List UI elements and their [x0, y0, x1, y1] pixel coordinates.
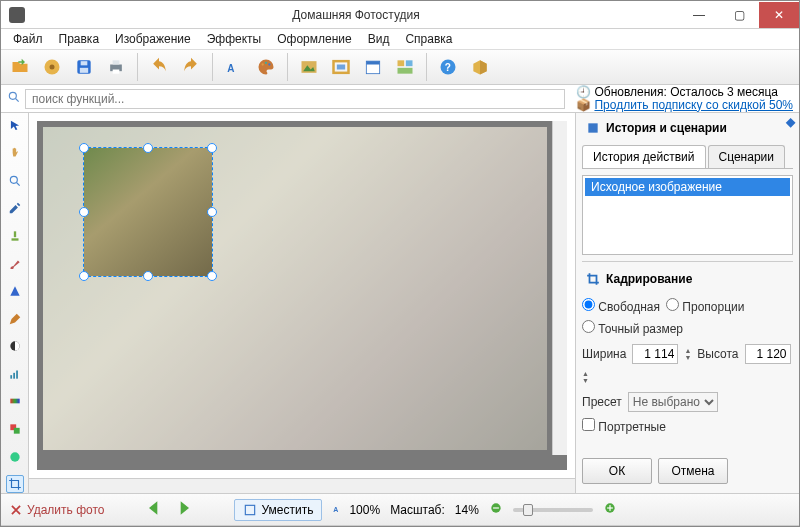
crop-mode-exact[interactable]: Точный размер [582, 320, 683, 336]
svg-marker-28 [10, 286, 19, 295]
vertical-scrollbar[interactable] [552, 121, 567, 455]
crop-handle-l[interactable] [79, 207, 89, 217]
menu-edit[interactable]: Правка [51, 30, 108, 48]
svg-rect-41 [493, 507, 499, 508]
pointer-tool[interactable] [6, 117, 24, 135]
brush-tool[interactable] [6, 255, 24, 273]
tab-scenario[interactable]: Сценарии [708, 145, 785, 168]
collage-button[interactable] [390, 52, 420, 82]
menu-file[interactable]: Файл [5, 30, 51, 48]
stamp-tool[interactable] [6, 227, 24, 245]
svg-point-10 [265, 62, 267, 64]
window-title: Домашняя Фотостудия [33, 8, 679, 22]
crop-handle-bl[interactable] [79, 271, 89, 281]
crop-handle-b[interactable] [143, 271, 153, 281]
zoom-slider-thumb[interactable] [523, 504, 533, 516]
levels-tool[interactable] [6, 365, 24, 383]
save-button[interactable] [69, 52, 99, 82]
menu-image[interactable]: Изображение [107, 30, 199, 48]
history-panel-header: История и сценарии [582, 117, 793, 139]
image-button[interactable] [294, 52, 324, 82]
calendar-button[interactable] [358, 52, 388, 82]
menu-effects[interactable]: Эффекты [199, 30, 270, 48]
svg-rect-6 [113, 60, 120, 64]
fit-icon [243, 503, 257, 517]
delete-photo-button[interactable]: Удалить фото [9, 503, 104, 517]
preset-label: Пресет [582, 395, 622, 409]
catalog-button[interactable] [37, 52, 67, 82]
zoom-in-button[interactable] [603, 501, 617, 518]
crop-mode-proportions[interactable]: Пропорции [666, 298, 744, 314]
minimize-button[interactable]: — [679, 2, 719, 28]
redo-button[interactable] [176, 52, 206, 82]
maximize-button[interactable]: ▢ [719, 2, 759, 28]
pen-tool[interactable] [6, 310, 24, 328]
crop-handle-br[interactable] [207, 271, 217, 281]
zoom-100-button[interactable]: A 100% [332, 503, 380, 517]
crop-handle-t[interactable] [143, 143, 153, 153]
portrait-checkbox[interactable]: Портретные [582, 418, 666, 434]
layers-tool[interactable] [6, 420, 24, 438]
height-label: Высота [697, 347, 738, 361]
svg-text:A: A [334, 506, 339, 513]
menu-design[interactable]: Оформление [269, 30, 359, 48]
open-button[interactable] [5, 52, 35, 82]
tab-history[interactable]: История действий [582, 145, 706, 168]
fit-button[interactable]: Уместить [234, 499, 322, 521]
svg-point-36 [10, 452, 19, 461]
svg-rect-31 [13, 373, 15, 379]
zoom-slider[interactable] [513, 508, 593, 512]
contrast-tool[interactable] [6, 338, 24, 356]
hand-tool[interactable] [6, 145, 24, 163]
ok-button[interactable]: ОК [582, 458, 652, 484]
next-button[interactable] [174, 498, 194, 521]
crop-handle-tr[interactable] [207, 143, 217, 153]
triangle-tool[interactable] [6, 282, 24, 300]
crop-tool[interactable] [6, 475, 24, 493]
zoom-actual-icon: A [332, 503, 346, 517]
svg-rect-27 [11, 238, 18, 240]
right-panel: ◆ История и сценарии История действий Сц… [575, 113, 799, 493]
height-input[interactable] [745, 344, 791, 364]
help-button[interactable]: ? [433, 52, 463, 82]
app-icon [9, 7, 25, 23]
gradient-tool[interactable] [6, 393, 24, 411]
preset-select[interactable]: Не выбрано [628, 392, 718, 412]
history-item-original[interactable]: Исходное изображение [585, 178, 790, 196]
menu-help[interactable]: Справка [397, 30, 460, 48]
width-input[interactable] [632, 344, 678, 364]
text-button[interactable]: A [219, 52, 249, 82]
healing-tool[interactable] [6, 448, 24, 466]
zoom-tool[interactable] [6, 172, 24, 190]
history-list[interactable]: Исходное изображение [582, 175, 793, 255]
svg-line-26 [16, 183, 19, 186]
crop-selection[interactable] [83, 147, 213, 277]
close-button[interactable]: ✕ [759, 2, 799, 28]
horizontal-scrollbar[interactable] [29, 478, 575, 493]
crop-handle-tl[interactable] [79, 143, 89, 153]
height-spinner[interactable]: ▲▼ [582, 370, 589, 384]
menu-view[interactable]: Вид [360, 30, 398, 48]
collapse-panel-icon[interactable]: ◆ [786, 115, 795, 129]
bottom-bar: Удалить фото Уместить A 100% Масштаб: 14… [1, 493, 799, 525]
width-spinner[interactable]: ▲▼ [684, 347, 691, 361]
search-input[interactable] [25, 89, 565, 109]
eyedropper-tool[interactable] [6, 200, 24, 218]
crop-mode-free[interactable]: Свободная [582, 298, 660, 314]
box-button[interactable] [465, 52, 495, 82]
cancel-button[interactable]: Отмена [658, 458, 728, 484]
svg-rect-17 [366, 61, 379, 64]
crop-handle-r[interactable] [207, 207, 217, 217]
zoom-out-button[interactable] [489, 501, 503, 518]
print-button[interactable] [101, 52, 131, 82]
undo-button[interactable] [144, 52, 174, 82]
palette-button[interactable] [251, 52, 281, 82]
main-toolbar: A ? [1, 49, 799, 85]
svg-text:A: A [227, 63, 234, 74]
svg-text:?: ? [445, 62, 451, 73]
frame-button[interactable] [326, 52, 356, 82]
prev-button[interactable] [144, 498, 164, 521]
extend-subscription-link[interactable]: Продлить подписку со скидкой 50% [594, 98, 793, 112]
search-bar: 🕘 Обновления: Осталось 3 месяца 📦 Продли… [1, 85, 799, 113]
canvas[interactable] [37, 121, 567, 470]
